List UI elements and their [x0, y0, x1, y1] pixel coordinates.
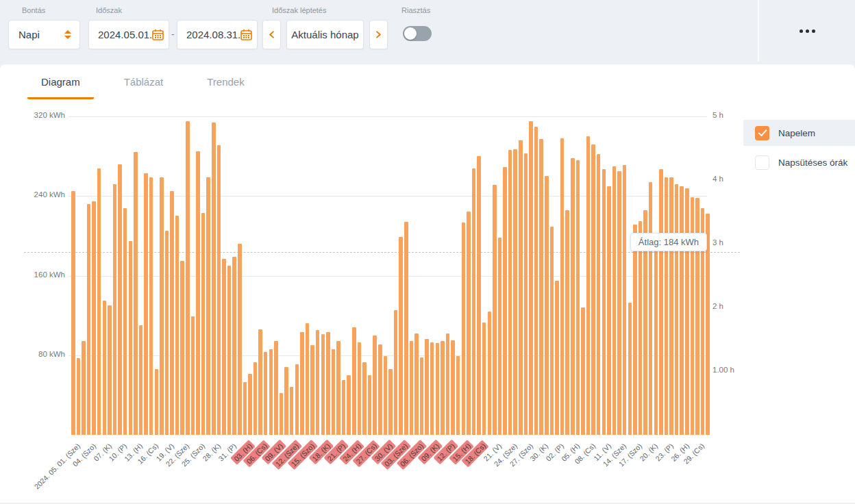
bar[interactable]: [446, 333, 450, 435]
bar[interactable]: [581, 307, 585, 435]
bar[interactable]: [488, 312, 492, 435]
bar[interactable]: [342, 380, 346, 435]
bar[interactable]: [685, 188, 689, 435]
bar[interactable]: [170, 191, 174, 435]
bar[interactable]: [414, 333, 419, 435]
bar[interactable]: [217, 145, 221, 435]
previous-period-button[interactable]: [262, 20, 281, 49]
bar[interactable]: [597, 154, 601, 435]
date-to-input[interactable]: 2024.08.31.: [177, 20, 258, 49]
bar[interactable]: [175, 216, 179, 435]
bar[interactable]: [295, 364, 299, 435]
bar[interactable]: [623, 165, 627, 435]
bar[interactable]: [617, 171, 621, 435]
bar[interactable]: [82, 341, 86, 435]
legend-item[interactable]: Napsütéses órák: [743, 149, 855, 175]
bar[interactable]: [284, 367, 288, 435]
bar[interactable]: [108, 305, 112, 435]
bar[interactable]: [358, 342, 362, 435]
bar-series[interactable]: [71, 116, 710, 435]
more-menu-button[interactable]: [793, 23, 822, 40]
bar[interactable]: [545, 176, 549, 435]
bar[interactable]: [591, 144, 595, 435]
bar[interactable]: [316, 330, 320, 435]
bar[interactable]: [238, 244, 242, 435]
bar[interactable]: [144, 173, 148, 435]
bar[interactable]: [347, 375, 351, 435]
bar[interactable]: [103, 301, 107, 435]
bar[interactable]: [332, 349, 336, 435]
bar[interactable]: [669, 177, 673, 435]
bar[interactable]: [321, 334, 325, 435]
bar[interactable]: [659, 169, 663, 435]
bar[interactable]: [71, 191, 75, 435]
bar[interactable]: [280, 393, 284, 435]
next-period-button[interactable]: [369, 20, 388, 49]
bar[interactable]: [482, 323, 486, 435]
bar[interactable]: [362, 362, 367, 435]
bar[interactable]: [441, 341, 445, 435]
bar[interactable]: [149, 177, 153, 435]
bar[interactable]: [550, 227, 554, 435]
bar[interactable]: [639, 221, 643, 435]
bar[interactable]: [602, 169, 606, 435]
bar[interactable]: [477, 156, 481, 435]
bar[interactable]: [92, 201, 96, 435]
bar[interactable]: [498, 238, 502, 435]
bar[interactable]: [451, 340, 455, 435]
bar[interactable]: [493, 185, 497, 435]
bar[interactable]: [576, 160, 580, 435]
bar[interactable]: [519, 140, 523, 435]
bar[interactable]: [227, 266, 232, 435]
checked-checkbox-icon[interactable]: [755, 126, 769, 140]
bar[interactable]: [508, 150, 512, 435]
bar[interactable]: [612, 166, 617, 435]
bar[interactable]: [420, 357, 424, 435]
bar[interactable]: [462, 223, 466, 435]
bar[interactable]: [404, 222, 408, 435]
bar[interactable]: [436, 343, 440, 435]
bar[interactable]: [665, 177, 669, 435]
bar[interactable]: [472, 168, 476, 435]
bar[interactable]: [201, 213, 206, 435]
bar[interactable]: [196, 151, 200, 435]
bar[interactable]: [258, 329, 262, 435]
bar[interactable]: [134, 152, 138, 435]
bar[interactable]: [399, 237, 403, 435]
bar[interactable]: [571, 158, 575, 435]
bar[interactable]: [212, 123, 216, 435]
bar[interactable]: [186, 121, 190, 435]
bar[interactable]: [123, 208, 127, 435]
bar[interactable]: [539, 139, 543, 435]
bar[interactable]: [222, 259, 226, 435]
bar[interactable]: [378, 344, 382, 435]
unchecked-checkbox-icon[interactable]: [755, 155, 769, 170]
bar[interactable]: [607, 186, 611, 435]
bar[interactable]: [384, 356, 388, 435]
bar[interactable]: [87, 204, 91, 435]
bar[interactable]: [586, 136, 591, 435]
bar[interactable]: [534, 127, 538, 435]
bar[interactable]: [290, 387, 294, 435]
bar[interactable]: [352, 327, 356, 435]
bar[interactable]: [191, 316, 195, 435]
bar[interactable]: [118, 164, 122, 435]
bar[interactable]: [388, 369, 393, 435]
bar[interactable]: [394, 310, 398, 435]
bar[interactable]: [206, 177, 210, 435]
bar[interactable]: [77, 358, 81, 435]
date-from-input[interactable]: 2024.05.01.: [88, 20, 169, 49]
bar[interactable]: [680, 186, 684, 435]
bar[interactable]: [513, 149, 517, 435]
bar[interactable]: [139, 325, 143, 435]
bar[interactable]: [129, 241, 133, 435]
bar[interactable]: [565, 210, 569, 435]
bar[interactable]: [633, 225, 637, 435]
bar[interactable]: [373, 336, 377, 435]
bar[interactable]: [160, 177, 164, 435]
bar[interactable]: [326, 332, 330, 435]
bar[interactable]: [628, 303, 632, 435]
bar[interactable]: [654, 234, 658, 435]
alert-toggle[interactable]: [403, 26, 432, 41]
bar[interactable]: [675, 184, 679, 435]
